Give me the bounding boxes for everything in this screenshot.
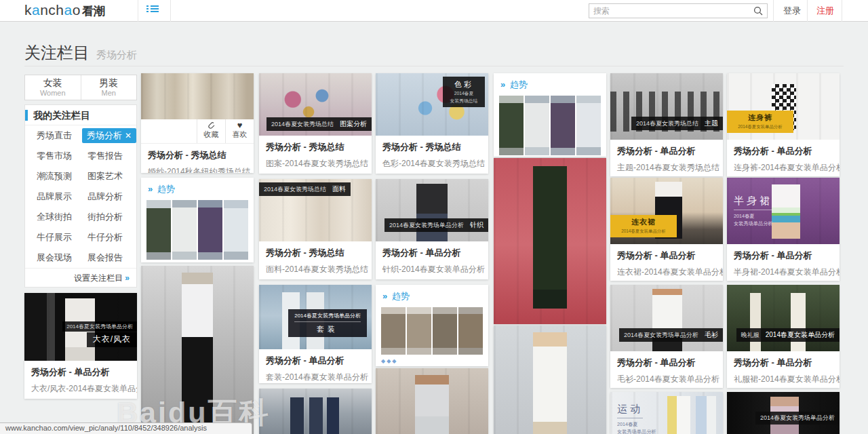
search-box [589, 3, 768, 18]
content-card[interactable]: 2014春夏女装秀场总结主题秀场分析 - 单品分析主题-2014春夏女装秀场总结 [610, 73, 723, 176]
chevron-right-icon: » [500, 79, 505, 90]
sidebar-item[interactable]: 品牌分析 [81, 186, 136, 207]
photo-overlay-label: 半身裙2014春夏女装秀场单品分析 [734, 195, 777, 227]
card-title: 秀场分析 - 单品分析 [31, 366, 130, 378]
sidebar-item[interactable]: 潮流预测 [25, 166, 81, 186]
card-photo [259, 389, 372, 434]
image-tile[interactable]: 2014春夏女装秀场单品分析 [727, 392, 840, 434]
collect-button[interactable]: 收藏 [197, 119, 225, 143]
card-photo [141, 266, 254, 434]
image-tile[interactable]: 运动2014春夏女装秀场单品分析 [610, 392, 723, 434]
photo-overlay-label: 2014春夏女装秀场总结图案分析 [267, 117, 372, 131]
image-tile[interactable] [141, 266, 254, 434]
tab-women[interactable]: 女装 Women [25, 75, 81, 100]
trend-card[interactable]: » 趋势◆◆◆ [376, 285, 488, 366]
sidebar-row: 牛仔展示牛仔分析 [25, 227, 136, 248]
tab-men[interactable]: 男装 Men [81, 75, 137, 100]
card-photo [494, 326, 606, 434]
content-card[interactable]: 连衣裙2014春夏女装单品分析秀场分析 - 单品分析连衣裙-2014春夏女装单品… [610, 178, 723, 281]
sidebar-item[interactable]: 牛仔展示 [25, 227, 81, 248]
sidebar-item[interactable]: 秀场直击 [25, 125, 79, 146]
card-title: 秀场分析 - 单品分析 [617, 145, 716, 157]
image-tile[interactable] [494, 326, 606, 434]
content-card[interactable]: 2014春夏女装秀场总结面料秀场分析 - 秀场总结面料-2014春夏女装秀场总结 [259, 179, 372, 279]
login-link[interactable]: 登录 [777, 0, 807, 22]
content-card[interactable]: 2014春夏女装秀场总结图案分析秀场分析 - 秀场总结图案-2014春夏女装秀场… [259, 73, 372, 174]
card-photo: 半身裙2014春夏女装秀场单品分析 [727, 178, 840, 244]
sidebar-item[interactable]: 零售市场 [25, 146, 81, 166]
trend-thumbnail [551, 96, 575, 155]
sidebar-row: 零售市场零售报告 [25, 146, 136, 166]
card-photo: 2014春夏女装秀场单品分析毛衫 [610, 285, 723, 351]
card-photo [376, 368, 488, 434]
tab-women-label: 女装 [25, 77, 81, 90]
trend-footer-logos: ◆◆◆ [381, 358, 483, 366]
sidebar-item[interactable]: 街拍分析 [81, 207, 136, 227]
site-logo[interactable]: kanchao看潮 [24, 0, 105, 22]
accent-bar [25, 110, 28, 121]
header-divider [138, 0, 138, 22]
content-card[interactable]: 2014春夏女装秀场单品分析毛衫秀场分析 - 单品分析毛衫-2014春夏女装单品… [610, 285, 723, 388]
tab-women-sublabel: Women [25, 89, 81, 97]
trend-card[interactable]: » 趋势 [494, 73, 606, 157]
close-icon[interactable]: ✕ [125, 131, 132, 140]
card-photo: 色彩2014春夏女装秀场总结 [376, 73, 488, 136]
sidebar-item[interactable]: 零售报告 [81, 146, 136, 166]
image-tile[interactable] [494, 158, 606, 324]
trend-thumbnail [499, 96, 524, 155]
settings-link[interactable]: 设置关注栏目 » [25, 268, 136, 287]
card-photo: 2014春夏女装秀场单品分析 大衣/风衣 [24, 293, 137, 361]
card-photo: 连衣裙2014春夏女装单品分析 [610, 178, 723, 244]
sidebar-item[interactable]: 展会报告 [81, 248, 136, 268]
register-link[interactable]: 注册 [810, 0, 841, 22]
image-tile[interactable] [259, 389, 372, 434]
photo-overlay-label: 2014春夏女装秀场单品分析套装 [288, 309, 367, 337]
like-button[interactable]: ♥喜欢 [225, 119, 254, 143]
image-tile[interactable] [376, 368, 488, 434]
header-divider [842, 0, 842, 22]
content-card[interactable]: 2014春夏女装秀场单品分析套装秀场分析 - 单品分析套装-2014春夏女装单品… [259, 285, 372, 383]
card-subtitle: 半身裙-2014春夏女装单品分析 [734, 267, 833, 278]
card-photo: 晚礼服2014春夏女装单品分析 [727, 285, 840, 351]
menu-icon[interactable] [146, 5, 161, 16]
photo-overlay-label: 2014春夏女装秀场单品分析针织 [384, 218, 488, 232]
content-card[interactable]: 色彩2014春夏女装秀场总结秀场分析 - 秀场总结色彩-2014春夏女装秀场总结 [376, 73, 488, 174]
sidebar-item[interactable]: 品牌展示 [25, 186, 81, 207]
trend-label[interactable]: » 趋势 [382, 290, 483, 302]
status-bar: www.kanchao.com/view_pic/analy/110/8452/… [0, 422, 252, 434]
card-photo: 2014春夏女装秀场总结面料 [259, 179, 372, 241]
card-title: 秀场分析 - 单品分析 [617, 250, 716, 262]
content-card[interactable]: 收藏♥喜欢秀场分析 - 秀场总结婚纱-2014秋冬纽约秀场总结 [141, 73, 254, 173]
card-subtitle: 连衣裙-2014春夏女装单品分析 [617, 267, 716, 278]
trend-label[interactable]: » 趋势 [500, 79, 601, 91]
card-photo [141, 73, 254, 119]
content-card[interactable]: 半身裙2014春夏女装秀场单品分析秀场分析 - 单品分析半身裙-2014春夏女装… [727, 178, 840, 281]
card-title: 秀场分析 - 单品分析 [382, 247, 481, 259]
trend-card[interactable]: » 趋势 [141, 178, 254, 262]
card-title: 秀场分析 - 单品分析 [734, 357, 833, 369]
card-subtitle: 面料-2014春夏女装秀场总结 [266, 264, 365, 275]
photo-overlay-label: 色彩2014春夏女装秀场总结 [443, 77, 485, 107]
card-title: 秀场分析 - 秀场总结 [266, 141, 365, 153]
content-card[interactable]: 2014春夏女装秀场单品分析针织秀场分析 - 单品分析针织-2014春夏女装单品… [376, 179, 488, 279]
content-card[interactable]: 连身裤2014春夏女装单品分析秀场分析 - 单品分析连身裤-2014春夏女装单品… [727, 73, 840, 176]
search-icon[interactable] [753, 6, 763, 16]
sidebar-item-active[interactable]: 秀场分析✕ [82, 128, 136, 143]
sidebar-item[interactable]: 牛仔分析 [81, 227, 136, 248]
tab-men-sublabel: Men [81, 89, 137, 97]
sidebar-featured-card[interactable]: 2014春夏女装秀场单品分析 大衣/风衣 秀场分析 - 单品分析 大衣/风衣-2… [24, 293, 137, 399]
card-photo: 2014春夏女装秀场单品分析 [727, 392, 840, 434]
sidebar-item[interactable]: 全球街拍 [25, 207, 81, 227]
photo-overlay-label: 2014春夏女装秀场总结主题 [631, 117, 723, 130]
chevron-right-icon: » [382, 291, 387, 301]
search-input[interactable] [593, 6, 753, 16]
trend-thumbnail [224, 200, 248, 260]
content-card[interactable]: 晚礼服2014春夏女装单品分析秀场分析 - 单品分析礼服裙-2014春夏女装单品… [727, 285, 840, 388]
tab-men-label: 男装 [81, 77, 137, 90]
trend-label[interactable]: » 趋势 [148, 183, 248, 195]
sidebar-item[interactable]: 展会现场 [25, 248, 81, 268]
sidebar-row: 潮流预测图案艺术 [25, 166, 136, 186]
card-title: 秀场分析 - 秀场总结 [266, 247, 365, 259]
trend-thumbnail [458, 307, 483, 355]
sidebar-item[interactable]: 图案艺术 [81, 166, 136, 186]
